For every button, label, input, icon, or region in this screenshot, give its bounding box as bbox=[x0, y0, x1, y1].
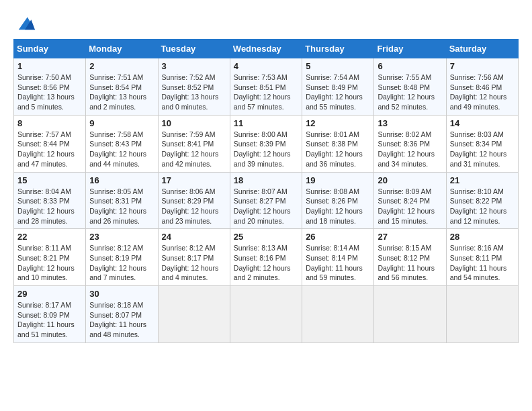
day-info: Sunrise: 8:14 AMSunset: 8:14 PMDaylight:… bbox=[306, 243, 370, 283]
day-info: Sunrise: 8:02 AMSunset: 8:36 PMDaylight:… bbox=[378, 130, 442, 169]
day-number: 20 bbox=[378, 175, 442, 185]
calendar-day-cell: 3 Sunrise: 7:52 AMSunset: 8:52 PMDayligh… bbox=[158, 58, 230, 116]
day-info: Sunrise: 8:07 AMSunset: 8:27 PMDaylight:… bbox=[234, 187, 298, 226]
calendar-header-wednesday: Wednesday bbox=[230, 40, 302, 58]
calendar-day-cell: 2 Sunrise: 7:51 AMSunset: 8:54 PMDayligh… bbox=[86, 58, 158, 116]
day-number: 13 bbox=[378, 118, 442, 128]
day-number: 19 bbox=[306, 175, 370, 185]
day-info: Sunrise: 8:11 AMSunset: 8:21 PMDaylight:… bbox=[17, 243, 82, 283]
calendar-day-cell: 4 Sunrise: 7:53 AMSunset: 8:51 PMDayligh… bbox=[230, 58, 302, 116]
day-info: Sunrise: 8:06 AMSunset: 8:29 PMDaylight:… bbox=[162, 187, 226, 226]
day-info: Sunrise: 8:13 AMSunset: 8:16 PMDaylight:… bbox=[234, 243, 298, 283]
logo bbox=[13, 13, 35, 32]
day-number: 6 bbox=[378, 61, 442, 71]
calendar-day-cell: 28 Sunrise: 8:16 AMSunset: 8:11 PMDaylig… bbox=[446, 229, 518, 286]
calendar-day-cell: 13 Sunrise: 8:02 AMSunset: 8:36 PMDaylig… bbox=[374, 115, 446, 172]
day-number: 25 bbox=[234, 232, 298, 242]
calendar-day-cell: 9 Sunrise: 7:58 AMSunset: 8:43 PMDayligh… bbox=[86, 115, 158, 172]
day-number: 12 bbox=[306, 118, 370, 128]
day-number: 14 bbox=[450, 118, 515, 128]
calendar-week-0: 1 Sunrise: 7:50 AMSunset: 8:56 PMDayligh… bbox=[14, 58, 519, 116]
calendar-day-cell: 7 Sunrise: 7:56 AMSunset: 8:46 PMDayligh… bbox=[446, 58, 518, 116]
day-info: Sunrise: 7:57 AMSunset: 8:44 PMDaylight:… bbox=[17, 130, 82, 169]
day-info: Sunrise: 7:53 AMSunset: 8:51 PMDaylight:… bbox=[234, 73, 298, 112]
day-number: 18 bbox=[234, 175, 298, 185]
day-number: 10 bbox=[162, 118, 226, 128]
day-info: Sunrise: 8:08 AMSunset: 8:26 PMDaylight:… bbox=[306, 187, 370, 226]
day-info: Sunrise: 7:59 AMSunset: 8:41 PMDaylight:… bbox=[162, 130, 226, 169]
calendar-day-cell: 20 Sunrise: 8:09 AMSunset: 8:24 PMDaylig… bbox=[374, 172, 446, 229]
calendar-day-cell: 19 Sunrise: 8:08 AMSunset: 8:26 PMDaylig… bbox=[302, 172, 374, 229]
calendar-day-cell: 29 Sunrise: 8:17 AMSunset: 8:09 PMDaylig… bbox=[14, 286, 86, 343]
calendar-day-cell: 17 Sunrise: 8:06 AMSunset: 8:29 PMDaylig… bbox=[158, 172, 230, 229]
day-info: Sunrise: 7:51 AMSunset: 8:54 PMDaylight:… bbox=[89, 73, 154, 112]
calendar-day-cell: 5 Sunrise: 7:54 AMSunset: 8:49 PMDayligh… bbox=[302, 58, 374, 116]
calendar-day-cell: 30 Sunrise: 8:18 AMSunset: 8:07 PMDaylig… bbox=[86, 286, 158, 343]
calendar-header-row: SundayMondayTuesdayWednesdayThursdayFrid… bbox=[14, 40, 519, 58]
calendar-day-cell: 25 Sunrise: 8:13 AMSunset: 8:16 PMDaylig… bbox=[230, 229, 302, 286]
day-info: Sunrise: 7:50 AMSunset: 8:56 PMDaylight:… bbox=[17, 73, 82, 112]
day-number: 7 bbox=[450, 61, 515, 71]
calendar-table: SundayMondayTuesdayWednesdayThursdayFrid… bbox=[13, 39, 519, 343]
calendar-day-cell: 15 Sunrise: 8:04 AMSunset: 8:33 PMDaylig… bbox=[14, 172, 86, 229]
day-info: Sunrise: 8:01 AMSunset: 8:38 PMDaylight:… bbox=[306, 130, 370, 169]
calendar-week-2: 15 Sunrise: 8:04 AMSunset: 8:33 PMDaylig… bbox=[14, 172, 519, 229]
day-info: Sunrise: 8:16 AMSunset: 8:11 PMDaylight:… bbox=[450, 243, 515, 283]
day-number: 15 bbox=[17, 175, 82, 185]
day-number: 29 bbox=[17, 289, 82, 299]
day-number: 22 bbox=[17, 232, 82, 242]
calendar-week-1: 8 Sunrise: 7:57 AMSunset: 8:44 PMDayligh… bbox=[14, 115, 519, 172]
day-number: 26 bbox=[306, 232, 370, 242]
calendar-day-cell: 27 Sunrise: 8:15 AMSunset: 8:12 PMDaylig… bbox=[374, 229, 446, 286]
calendar-day-cell: 8 Sunrise: 7:57 AMSunset: 8:44 PMDayligh… bbox=[14, 115, 86, 172]
day-info: Sunrise: 8:12 AMSunset: 8:19 PMDaylight:… bbox=[89, 243, 154, 283]
calendar-day-cell: 21 Sunrise: 8:10 AMSunset: 8:22 PMDaylig… bbox=[446, 172, 518, 229]
day-number: 21 bbox=[450, 175, 515, 185]
calendar-day-cell: 1 Sunrise: 7:50 AMSunset: 8:56 PMDayligh… bbox=[14, 58, 86, 116]
calendar-day-cell: 23 Sunrise: 8:12 AMSunset: 8:19 PMDaylig… bbox=[86, 229, 158, 286]
day-info: Sunrise: 7:54 AMSunset: 8:49 PMDaylight:… bbox=[306, 73, 370, 112]
calendar-day-cell: 6 Sunrise: 7:55 AMSunset: 8:48 PMDayligh… bbox=[374, 58, 446, 116]
calendar-day-cell: 11 Sunrise: 8:00 AMSunset: 8:39 PMDaylig… bbox=[230, 115, 302, 172]
calendar-day-cell: 22 Sunrise: 8:11 AMSunset: 8:21 PMDaylig… bbox=[14, 229, 86, 286]
day-number: 16 bbox=[89, 175, 154, 185]
calendar-day-cell: 16 Sunrise: 8:05 AMSunset: 8:31 PMDaylig… bbox=[86, 172, 158, 229]
day-info: Sunrise: 8:05 AMSunset: 8:31 PMDaylight:… bbox=[89, 187, 154, 226]
day-info: Sunrise: 8:18 AMSunset: 8:07 PMDaylight:… bbox=[89, 300, 154, 340]
calendar-empty-cell bbox=[230, 286, 302, 343]
day-number: 1 bbox=[17, 61, 82, 71]
calendar-day-cell: 12 Sunrise: 8:01 AMSunset: 8:38 PMDaylig… bbox=[302, 115, 374, 172]
calendar-week-3: 22 Sunrise: 8:11 AMSunset: 8:21 PMDaylig… bbox=[14, 229, 519, 286]
calendar-header-friday: Friday bbox=[374, 40, 446, 58]
calendar-empty-cell bbox=[446, 286, 518, 343]
page: SundayMondayTuesdayWednesdayThursdayFrid… bbox=[0, 0, 532, 357]
day-number: 9 bbox=[89, 118, 154, 128]
day-info: Sunrise: 8:17 AMSunset: 8:09 PMDaylight:… bbox=[17, 300, 82, 340]
day-number: 8 bbox=[17, 118, 82, 128]
calendar-header-sunday: Sunday bbox=[14, 40, 86, 58]
day-number: 3 bbox=[162, 61, 226, 71]
calendar-day-cell: 18 Sunrise: 8:07 AMSunset: 8:27 PMDaylig… bbox=[230, 172, 302, 229]
day-info: Sunrise: 8:03 AMSunset: 8:34 PMDaylight:… bbox=[450, 130, 515, 169]
day-number: 24 bbox=[162, 232, 226, 242]
day-number: 11 bbox=[234, 118, 298, 128]
day-number: 4 bbox=[234, 61, 298, 71]
day-info: Sunrise: 8:12 AMSunset: 8:17 PMDaylight:… bbox=[162, 243, 226, 283]
day-info: Sunrise: 7:56 AMSunset: 8:46 PMDaylight:… bbox=[450, 73, 515, 112]
day-number: 28 bbox=[450, 232, 515, 242]
calendar-header-tuesday: Tuesday bbox=[158, 40, 230, 58]
day-number: 2 bbox=[89, 61, 154, 71]
day-number: 30 bbox=[89, 289, 154, 299]
calendar-day-cell: 10 Sunrise: 7:59 AMSunset: 8:41 PMDaylig… bbox=[158, 115, 230, 172]
day-info: Sunrise: 8:00 AMSunset: 8:39 PMDaylight:… bbox=[234, 130, 298, 169]
calendar-day-cell: 14 Sunrise: 8:03 AMSunset: 8:34 PMDaylig… bbox=[446, 115, 518, 172]
calendar-empty-cell bbox=[374, 286, 446, 343]
calendar-empty-cell bbox=[302, 286, 374, 343]
day-number: 27 bbox=[378, 232, 442, 242]
day-info: Sunrise: 8:10 AMSunset: 8:22 PMDaylight:… bbox=[450, 187, 515, 226]
header bbox=[13, 13, 519, 32]
calendar-week-4: 29 Sunrise: 8:17 AMSunset: 8:09 PMDaylig… bbox=[14, 286, 519, 343]
day-number: 17 bbox=[162, 175, 226, 185]
day-info: Sunrise: 7:52 AMSunset: 8:52 PMDaylight:… bbox=[162, 73, 226, 112]
logo-icon bbox=[16, 13, 35, 32]
